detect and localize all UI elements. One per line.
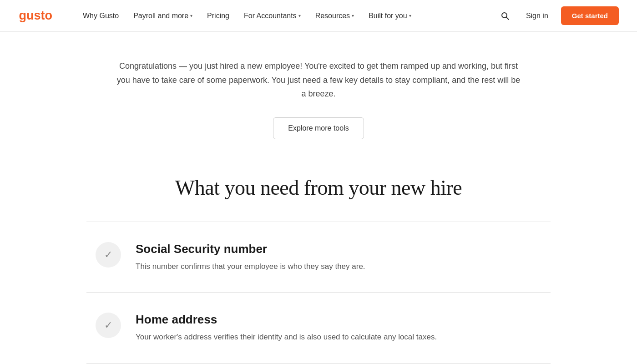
explore-tools-button[interactable]: Explore more tools <box>273 117 364 139</box>
check-circle-ssn: ✓ <box>96 242 121 268</box>
nav-item-why-gusto[interactable]: Why Gusto <box>77 8 124 24</box>
item-content-home-address: Home address Your worker's address verif… <box>136 313 551 343</box>
search-button[interactable] <box>497 8 513 24</box>
nav-item-for-accountants[interactable]: For Accountants ▾ <box>238 8 306 24</box>
sign-in-button[interactable]: Sign in <box>521 8 554 24</box>
nav-links: Why Gusto Payroll and more ▾ Pricing For… <box>77 8 497 24</box>
intro-paragraph: Congratulations — you just hired a new e… <box>114 59 523 101</box>
search-icon <box>500 11 510 20</box>
section-title: What you need from your new hire <box>86 176 551 200</box>
list-item: ✓ Home address Your worker's address ver… <box>86 293 551 364</box>
explore-btn-container: Explore more tools <box>86 117 551 139</box>
nav-item-pricing[interactable]: Pricing <box>202 8 235 24</box>
check-icon: ✓ <box>104 249 112 261</box>
item-desc-home-address: Your worker's address verifies their ide… <box>136 331 551 343</box>
navbar: gusto Why Gusto Payroll and more ▾ Prici… <box>0 0 637 32</box>
check-circle-home-address: ✓ <box>96 313 121 338</box>
item-desc-ssn: This number confirms that your employee … <box>136 261 551 273</box>
chevron-down-icon: ▾ <box>298 13 301 18</box>
item-title-home-address: Home address <box>136 313 551 327</box>
svg-line-2 <box>506 17 509 20</box>
nav-item-payroll-and-more[interactable]: Payroll and more ▾ <box>128 8 198 24</box>
get-started-button[interactable]: Get started <box>561 6 619 25</box>
nav-item-resources[interactable]: Resources ▾ <box>310 8 359 24</box>
main-content: Congratulations — you just hired a new e… <box>68 32 569 364</box>
svg-text:gusto: gusto <box>19 8 53 22</box>
items-list: ✓ Social Security number This number con… <box>86 222 551 364</box>
chevron-down-icon: ▾ <box>409 13 411 18</box>
nav-item-built-for-you[interactable]: Built for you ▾ <box>363 8 416 24</box>
logo[interactable]: gusto <box>18 6 59 25</box>
chevron-down-icon: ▾ <box>352 13 354 18</box>
list-item: ✓ Social Security number This number con… <box>86 222 551 293</box>
chevron-down-icon: ▾ <box>190 13 192 18</box>
navbar-actions: Sign in Get started <box>497 6 619 25</box>
item-content-ssn: Social Security number This number confi… <box>136 242 551 273</box>
item-title-ssn: Social Security number <box>136 242 551 256</box>
check-icon: ✓ <box>104 319 112 331</box>
